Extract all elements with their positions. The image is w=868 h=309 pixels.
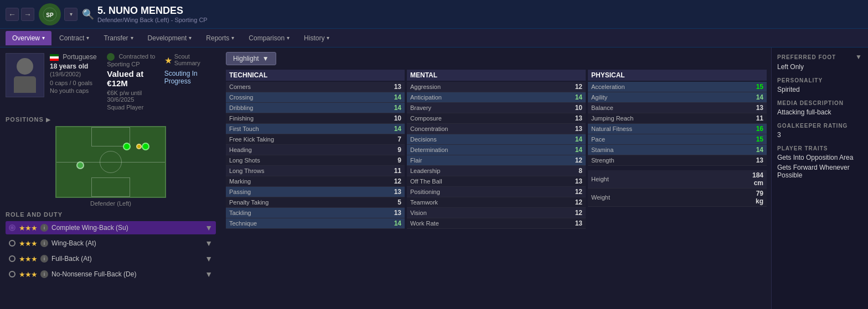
tab-overview[interactable]: Overview xyxy=(6,31,51,45)
tab-transfer[interactable]: Transfer xyxy=(97,31,140,45)
role-dropdown-1[interactable]: ▼ xyxy=(205,239,213,248)
role-dropdown-2[interactable]: ▼ xyxy=(205,254,213,263)
technical-column: TECHNICAL Corners 13 Crossing 14 Dribbli… xyxy=(226,70,405,305)
contract-value: Valued at €12M xyxy=(107,69,158,88)
attr-corners: Corners 13 xyxy=(226,82,405,92)
attr-composure: Composure 13 xyxy=(407,113,586,124)
tab-comparison[interactable]: Comparison xyxy=(242,31,296,45)
media-desc-value: Attacking full-back xyxy=(777,108,862,116)
role-dropdown-0[interactable]: ▼ xyxy=(205,223,213,232)
role-item-0[interactable]: ★★★ i Complete Wing-Back (Su) ▼ xyxy=(6,221,216,234)
nationality: Portuguese xyxy=(50,53,101,61)
attr-vision: Vision 12 xyxy=(407,208,586,218)
preferred-foot-label: PREFERRED FOOT ▼ xyxy=(777,53,862,61)
role-stars-0: ★★★ xyxy=(19,224,37,232)
tab-history[interactable]: History xyxy=(297,31,336,45)
attr-crossing: Crossing 14 xyxy=(226,92,405,103)
attr-tackling: Tackling 13 xyxy=(226,208,405,218)
far-right-panel: PREFERRED FOOT ▼ Left Only PERSONALITY S… xyxy=(771,48,868,309)
position-dot-2 xyxy=(123,143,131,150)
attr-technique: Technique 14 xyxy=(226,218,405,229)
personality-value: Spirited xyxy=(777,86,862,93)
role-stars-2: ★★★ xyxy=(19,255,37,263)
tab-development[interactable]: Development xyxy=(141,31,199,45)
role-info-icon-2[interactable]: i xyxy=(40,255,48,263)
goalkeeper-rating-value: 3 xyxy=(777,131,862,139)
physical-column: PHYSICAL Acceleration 15 Agility 14 Bala… xyxy=(588,70,767,305)
team-dropdown-button[interactable]: ▾ xyxy=(64,8,78,21)
attr-long-throws: Long Throws 11 xyxy=(226,166,405,176)
contract-role: Squad Player xyxy=(107,104,158,111)
attr-off-the-ball: Off The Ball 13 xyxy=(407,176,586,187)
role-dropdown-3[interactable]: ▼ xyxy=(205,270,213,279)
tab-reports[interactable]: Reports xyxy=(199,31,241,45)
scout-title: Scout Summary xyxy=(174,53,216,66)
attributes-grid: TECHNICAL Corners 13 Crossing 14 Dribbli… xyxy=(226,70,767,305)
player-youth: No youth caps xyxy=(50,87,101,94)
positions-header: POSITIONS ▶ xyxy=(6,116,216,123)
field-penalty-bottom xyxy=(91,177,130,197)
attr-marking: Marking 12 xyxy=(226,176,405,187)
club-badge: SP xyxy=(39,3,61,25)
attr-leadership: Leadership 8 xyxy=(407,166,586,176)
role-info-icon-0[interactable]: i xyxy=(40,224,48,232)
role-radio-0[interactable] xyxy=(9,224,16,231)
goalkeeper-rating-section: GOALKEEPER RATING 3 xyxy=(777,123,862,139)
player-info-row: Portuguese 18 years old (19/6/2002) 0 ca… xyxy=(6,53,216,111)
attributes-header-row: Highlight ▼ xyxy=(226,52,767,65)
top-bar: ← → SP ▾ 🔍 5. NUNO MENDES Defender/Wing … xyxy=(0,0,868,29)
attr-determination: Determination 14 xyxy=(407,145,586,155)
player-age: 18 years old (19/6/2002) xyxy=(50,62,101,78)
position-dot-4 xyxy=(76,161,84,169)
scout-info: ★ Scout Summary Scouting In Progress xyxy=(164,53,216,111)
media-desc-section: MEDIA DESCRIPTION Attacking full-back xyxy=(777,100,862,116)
highlight-label: Highlight xyxy=(233,55,259,62)
positions-label: POSITIONS xyxy=(6,116,44,123)
player-full-name: 5. NUNO MENDES xyxy=(97,5,208,17)
preferred-foot-dropdown-icon[interactable]: ▼ xyxy=(855,53,862,61)
role-list: ★★★ i Complete Wing-Back (Su) ▼ ★★★ i Wi… xyxy=(6,221,216,281)
role-name-1: Wing-Back (At) xyxy=(51,239,202,247)
attr-natural-fitness: Natural Fitness 16 xyxy=(588,124,767,134)
scout-star-icon: ★ xyxy=(164,55,172,66)
mental-header: MENTAL xyxy=(407,70,586,81)
role-item-1[interactable]: ★★★ i Wing-Back (At) ▼ xyxy=(6,237,216,250)
player-name-area: 5. NUNO MENDES Defender/Wing Back (Left)… xyxy=(97,5,208,23)
role-radio-1[interactable] xyxy=(9,240,16,247)
attr-decisions: Decisions 14 xyxy=(407,134,586,145)
highlight-dropdown-icon: ▼ xyxy=(262,55,269,62)
attr-long-shots: Long Shots 9 xyxy=(226,155,405,166)
preferred-foot-section: PREFERRED FOOT ▼ Left Only xyxy=(777,53,862,71)
attr-teamwork: Teamwork 12 xyxy=(407,197,586,208)
role-item-3[interactable]: ★★★ i No-Nonsense Full-Back (De) ▼ xyxy=(6,268,216,281)
attr-flair: Flair 12 xyxy=(407,155,586,166)
role-stars-1: ★★★ xyxy=(19,239,37,248)
highlight-button[interactable]: Highlight ▼ xyxy=(226,52,276,65)
role-radio-2[interactable] xyxy=(9,255,16,262)
attr-balance: Balance 13 xyxy=(588,103,767,113)
back-button[interactable]: ← xyxy=(6,8,19,21)
forward-button[interactable]: → xyxy=(21,8,34,21)
search-icon[interactable]: 🔍 xyxy=(82,9,94,20)
role-item-2[interactable]: ★★★ i Full-Back (At) ▼ xyxy=(6,252,216,265)
player-trait-0: Gets Into Opposition Area xyxy=(777,154,862,161)
attr-jumping-reach: Jumping Reach 11 xyxy=(588,113,767,124)
role-name-3: No-Nonsense Full-Back (De) xyxy=(51,270,202,278)
player-avatar xyxy=(6,53,44,97)
player-traits-label: PLAYER TRAITS xyxy=(777,145,862,151)
tab-contract[interactable]: Contract xyxy=(53,31,96,45)
field-label: Defender (Left) xyxy=(90,200,131,207)
main-content: Portuguese 18 years old (19/6/2002) 0 ca… xyxy=(0,48,868,309)
role-radio-3[interactable] xyxy=(9,271,16,277)
role-info-icon-3[interactable]: i xyxy=(40,270,48,278)
attr-heading: Heading 9 xyxy=(226,145,405,155)
player-caps: 0 caps / 0 goals xyxy=(50,80,101,86)
field xyxy=(55,126,166,198)
nav-tabs: Overview Contract Transfer Development R… xyxy=(0,29,868,48)
attr-work-rate: Work Rate 13 xyxy=(407,218,586,229)
role-info-icon-1[interactable]: i xyxy=(40,239,48,247)
avatar-head xyxy=(17,58,33,75)
left-panel: Portuguese 18 years old (19/6/2002) 0 ca… xyxy=(0,48,221,309)
positions-arrow-icon: ▶ xyxy=(46,117,51,123)
contract-info: Contracted to Sporting CP Valued at €12M… xyxy=(107,53,158,111)
